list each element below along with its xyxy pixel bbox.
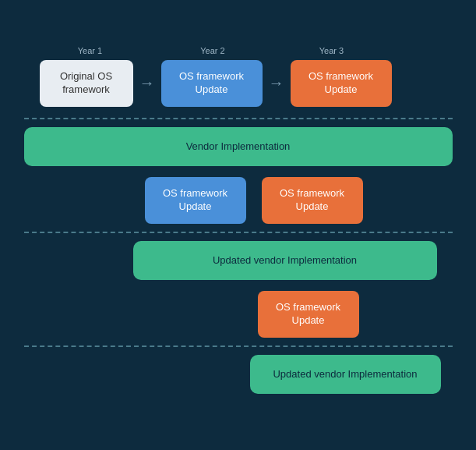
year-3-label: Year 3 [285,46,379,55]
year-1-label: Year 1 [40,46,141,55]
section-3: OS framework Update Updated vendor Imple… [24,291,453,394]
arrow-2: → [269,74,284,92]
vendor-impl-bar: Vendor Implementation [24,127,453,166]
os-update-blue-box: OS framework Update [161,60,263,107]
dashed-separator-3 [24,345,453,347]
dashed-separator-2 [24,232,453,233]
os-update-orange-box-3: OS framework Update [258,291,359,338]
dashed-separator-1 [24,118,453,119]
partial-boxes-row-2: OS framework Update OS framework Update [24,177,453,224]
original-os-box: Original OS framework [40,60,133,107]
section-2: OS framework Update OS framework Update … [24,177,453,280]
diagram-container: Year 1 Year 2 Year 3 Original OS framewo… [12,38,464,413]
updated-vendor-impl-bar-2: Updated vendor Implementation [250,355,441,394]
os-update-blue-box-2: OS framework Update [145,177,246,224]
year-labels-row: Year 1 Year 2 Year 3 [24,46,453,55]
os-update-orange-box-1: OS framework Update [291,60,392,107]
partial-boxes-row-3: OS framework Update [24,291,453,338]
arrow-1: → [139,74,155,92]
updated-vendor-impl-bar-1: Updated vendor Implementation [133,241,437,280]
year-2-label: Year 2 [149,46,277,55]
top-row: Original OS framework → OS framework Upd… [24,60,453,107]
os-update-orange-box-2: OS framework Update [262,177,363,224]
